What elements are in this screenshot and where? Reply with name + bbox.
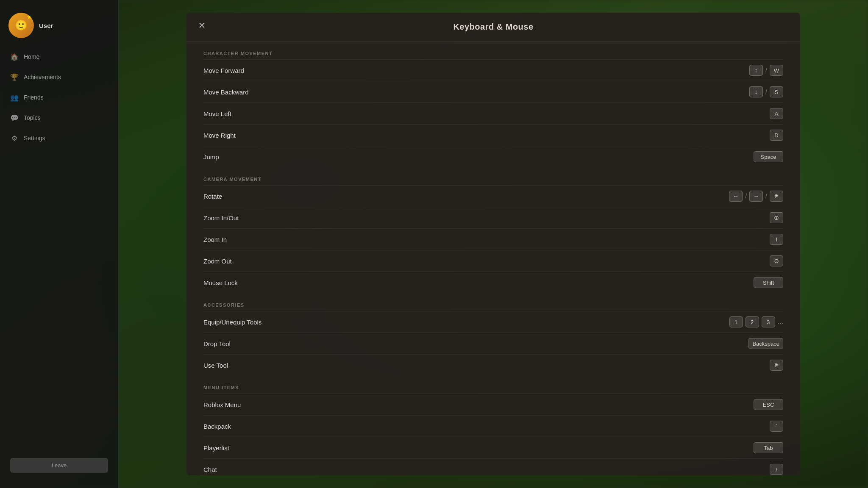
sidebar-bottom: Leave [0,451,118,480]
main-content: ✕ Keyboard & Mouse Character Movement Mo… [119,0,868,488]
settings-title: Keyboard & Mouse [203,22,783,32]
scroll-key: ⊕ [770,212,783,223]
keybind-keys: ↑ / W [749,65,783,76]
keybind-keys: I [770,234,783,245]
sidebar-avatar: 🙂 User [0,8,118,47]
keybind-name: Roblox Menu [203,401,241,408]
sidebar-item-topics[interactable]: 💬 Topics [0,108,118,128]
arrow-down-key: ↓ [749,86,763,97]
key-2: 2 [746,316,759,327]
separator: / [765,193,767,200]
arrow-right-key: → [749,191,763,202]
keybind-keys: ↓ / S [749,86,783,97]
keybind-name: Rotate [203,193,222,200]
keybind-name: Drop Tool [203,340,231,347]
close-button[interactable]: ✕ [195,19,209,32]
keybind-name: Use Tool [203,362,228,369]
mouse-key: 🖱 [770,191,783,202]
tab-key: Tab [754,442,783,453]
achievements-icon: 🏆 [10,73,19,81]
o-key: O [770,255,783,266]
keybind-name: Chat [203,466,217,473]
keybind-keys: ← / → / 🖱 [729,191,783,202]
keybind-name: Zoom In/Out [203,214,239,222]
slash-key: / [770,464,783,475]
keybind-zoom-in: Zoom In I [203,228,783,250]
separator: / [745,193,747,200]
keybind-name: Move Forward [203,67,244,74]
keybind-mouse-lock: Mouse Lock Shift [203,272,783,293]
keybind-name: Zoom In [203,236,227,243]
settings-panel: ✕ Keyboard & Mouse Character Movement Mo… [186,13,800,475]
home-icon: 🏠 [10,53,19,61]
key-3: 3 [762,316,775,327]
keybind-keys: Tab [754,442,783,453]
keybind-equip-unequip: Equip/Unequip Tools 1 2 3 ... [203,311,783,333]
avatar: 🙂 [8,13,34,38]
keybind-name: Mouse Lock [203,279,238,286]
section-header-camera-movement: Camera Movement [203,167,783,185]
keybind-zoom-inout: Zoom In/Out ⊕ [203,207,783,228]
keybind-zoom-out: Zoom Out O [203,250,783,272]
keybind-jump: Jump Space [203,146,783,167]
sidebar-username: User [39,22,53,29]
d-key: D [770,130,783,141]
sidebar-item-settings-label: Settings [24,135,45,141]
keybind-keys: ` [770,421,783,432]
keybind-keys: / [770,464,783,475]
sidebar-item-friends-label: Friends [24,94,44,101]
key-1: 1 [729,316,743,327]
keybind-keys: D [770,130,783,141]
leave-button[interactable]: Leave [10,458,108,473]
keybind-drop-tool: Drop Tool Backspace [203,333,783,354]
keybind-keys: ESC [754,399,783,410]
keybind-keys: Shift [754,277,783,288]
keybind-use-tool: Use Tool 🖱 [203,354,783,376]
keybind-keys: O [770,255,783,266]
keybind-move-backward: Move Backward ↓ / S [203,81,783,103]
sidebar-item-achievements-label: Achievements [24,74,61,80]
settings-body[interactable]: Character Movement Move Forward ↑ / W Mo… [186,42,800,475]
sidebar-item-home[interactable]: 🏠 Home [0,47,118,67]
more-keys: ... [778,318,783,326]
keybind-keys: ⊕ [770,212,783,223]
arrow-left-key: ← [729,191,743,202]
shift-key: Shift [754,277,783,288]
sidebar-item-achievements[interactable]: 🏆 Achievements [0,67,118,87]
sidebar-item-settings[interactable]: ⚙ Settings [0,128,118,148]
section-header-character-movement: Character Movement [203,42,783,59]
space-key: Space [754,151,783,162]
keybind-rotate: Rotate ← / → / 🖱 [203,185,783,207]
w-key: W [770,65,783,76]
sidebar: 🙂 User 🏠 Home 🏆 Achievements 👥 Friends 💬… [0,0,119,488]
keybind-name: Zoom Out [203,258,232,265]
keybind-keys: 🖱 [770,360,783,371]
arrow-up-key: ↑ [749,65,763,76]
mouse-click-key: 🖱 [770,360,783,371]
keybind-name: Playerlist [203,444,229,452]
settings-header: ✕ Keyboard & Mouse [186,13,800,42]
keybind-chat: Chat / [203,458,783,475]
keybind-move-right: Move Right D [203,124,783,146]
settings-icon: ⚙ [10,134,19,142]
keybind-name: Backpack [203,423,231,430]
keybind-move-left: Move Left A [203,103,783,124]
sidebar-item-friends[interactable]: 👥 Friends [0,87,118,108]
keybind-keys: A [770,108,783,119]
section-header-menu-items: Menu Items [203,376,783,394]
keybind-keys: 1 2 3 ... [729,316,783,327]
keybind-playerlist: Playerlist Tab [203,437,783,458]
separator: / [765,67,767,74]
sidebar-item-home-label: Home [24,53,39,60]
keybind-name: Move Backward [203,89,249,96]
sidebar-item-topics-label: Topics [24,114,41,121]
a-key: A [770,108,783,119]
backtick-key: ` [770,421,783,432]
keybind-keys: Space [754,151,783,162]
separator: / [765,89,767,95]
keybind-name: Move Right [203,132,236,139]
backspace-key: Backspace [748,338,783,349]
keybind-move-forward: Move Forward ↑ / W [203,59,783,81]
s-key: S [770,86,783,97]
i-key: I [770,234,783,245]
